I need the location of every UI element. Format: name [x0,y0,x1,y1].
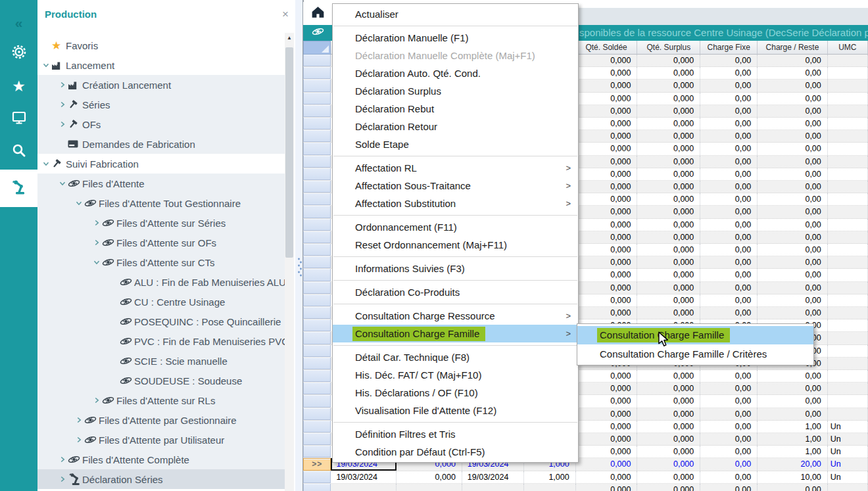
submenu-item-consultation-charge-famille-crit-res[interactable]: Consultation Charge Famille / Critères [577,344,813,363]
scroll-up-icon[interactable]: ▲ [285,35,294,41]
row-header-cell[interactable] [303,231,331,243]
row-header-cell[interactable] [303,471,331,483]
close-icon[interactable]: × [282,8,289,21]
row-header-cell[interactable] [303,168,331,180]
menu-item-solde-etape[interactable]: Solde Etape [333,135,578,153]
row-header-cell[interactable] [303,433,331,445]
column-header-umc[interactable]: UMC [828,41,868,55]
menu-item-his-d-clarations-of-f10[interactable]: His. Déclarations / OF (F10) [333,384,578,402]
tree-item-files-d-attente-sur-s-ries[interactable]: Files d'Attente sur Séries [37,213,285,233]
chevron-down-icon[interactable] [41,159,51,168]
tree-item-files-d-attente-par-gestionnaire[interactable]: Files d'Attente par Gestionnaire [37,410,285,430]
menu-item-d-claration-retour[interactable]: Déclaration Retour [333,118,578,135]
menu-item-d-claration-co-produits[interactable]: Déclaration Co-Produits [333,283,578,301]
table-row[interactable]: 0,0000,0000,000,00 [303,484,868,491]
tree-item-scie-scie-manuelle[interactable]: SCIE : Scie manuelle [37,351,285,371]
sidebar-item-robot-arm[interactable] [0,170,37,207]
chevron-down-icon[interactable] [74,199,84,208]
menu-item-actualiser[interactable]: Actualiser [333,5,578,23]
table-row[interactable]: 19/03/20240,00019/03/20241,0000,0000,000… [303,471,868,484]
chevron-right-icon[interactable] [91,238,102,247]
row-header-cell[interactable] [303,358,331,369]
menu-item-visualisation-file-d-attente-f12[interactable]: Visualisation File d'Attente (F12) [333,402,578,419]
row-header-cell[interactable] [303,105,331,117]
sidebar-item-gear[interactable] [0,38,37,68]
select-all-cell[interactable] [303,41,331,55]
tree-item-pvc-fin-de-fab-menuiseries-pvc[interactable]: PVC : Fin de Fab Menuiseries PVC [37,331,285,351]
menu-item-consultation-charge-famille[interactable]: Consultation Charge Famille> [333,325,578,342]
row-header-cell[interactable] [303,219,331,231]
row-header-cell[interactable] [303,269,331,281]
row-header-cell[interactable] [303,143,331,154]
menu-item-d-tail-car-technique-f8[interactable]: Détail Car. Technique (F8) [333,348,578,366]
row-header-cell[interactable] [303,67,331,79]
tab-queue-active[interactable] [303,25,332,41]
row-header-cell[interactable] [303,307,331,319]
row-header-cell-current[interactable]: >> [303,458,331,470]
row-header-cell[interactable] [303,395,331,407]
row-header-cell[interactable] [303,421,331,433]
row-header-cell[interactable] [303,282,331,294]
submenu-item-consultation-charge-famille[interactable]: Consultation Charge Famille [577,326,813,344]
row-header-cell[interactable] [303,181,331,193]
menu-item-reset-ordonnancement-maj-f11[interactable]: Reset Ordonnancement (Maj+F11) [333,236,578,254]
chevron-right-icon[interactable] [57,475,68,484]
chevron-down-icon[interactable] [57,179,68,188]
tree-item-files-d-attente-compl-te[interactable]: Files d'Attente Complète [37,450,285,469]
tree-item-files-d-attente-sur-cts[interactable]: Files d'Attente sur CTs [37,252,285,272]
tree-scrollbar[interactable]: ▲ [285,33,294,491]
row-header-cell[interactable] [303,319,331,331]
menu-item-condition-par-d-faut-ctrl-f5[interactable]: Condition par Défaut (Ctrl-F5) [333,443,578,461]
tree-item-files-d-attente-sur-rls[interactable]: Files d'Attente sur RLs [37,390,285,410]
chevron-down-icon[interactable] [41,60,51,70]
row-header-cell[interactable] [303,256,331,268]
row-header-cell[interactable] [303,130,331,142]
row-header-cell[interactable] [303,244,331,256]
column-header-qt-sold-e[interactable]: Qté. Soldée [576,41,638,55]
chevron-right-icon[interactable] [74,415,84,425]
row-header-cell[interactable] [303,193,331,205]
tab-home[interactable] [303,2,332,25]
column-header-charge-fixe[interactable]: Charge Fixe [700,41,758,55]
row-header-cell[interactable] [303,206,331,218]
row-header-cell[interactable] [303,332,331,344]
panel-splitter[interactable] [295,0,302,491]
tree-item-d-claration-s-ries[interactable]: Déclaration Séries [37,469,285,489]
row-header-cell[interactable] [303,156,331,168]
tree-item-ofs[interactable]: OFs [37,114,285,134]
row-header-cell[interactable] [303,446,331,457]
tree-item-s-ries[interactable]: Séries [37,95,285,114]
menu-item-affectation-rl[interactable]: Affectation RL> [333,159,578,177]
menu-item-consultation-charge-ressource[interactable]: Consultation Charge Ressource> [333,307,578,325]
menu-item-affectation-substitution[interactable]: Affectation Substitution> [333,195,578,212]
tree-item-files-d-attente-sur-ofs[interactable]: Files d'Attente sur OFs [37,233,285,252]
sidebar-item-search[interactable] [0,137,37,167]
chevron-right-icon[interactable] [91,396,102,405]
column-header-charge-reste[interactable]: Charge / Reste [758,41,828,55]
row-header-cell[interactable] [303,408,331,420]
row-header-cell[interactable] [303,55,331,66]
row-header-cell[interactable] [303,294,331,306]
tree-item-files-d-attente-par-utilisateur[interactable]: Files d'Attente par Utilisateur [37,430,285,450]
tree-item-suivi-fabrication[interactable]: Suivi Fabrication [37,154,285,174]
row-header-cell[interactable] [303,345,331,357]
row-header-cell[interactable] [303,93,331,105]
tree-item-cu-centre-usinage[interactable]: CU : Centre Usinage [37,292,285,312]
chevron-right-icon[interactable] [57,100,68,109]
chevron-down-icon[interactable] [91,258,102,267]
menu-item-his-d-c-fat-ct-maj-f10[interactable]: His. Déc. FAT/ CT (Maj+F10) [333,366,578,384]
row-header-cell[interactable] [303,80,331,91]
chevron-right-icon[interactable] [57,120,68,129]
menu-item-ordonnancement-f11[interactable]: Ordonnancement (F11) [333,218,578,236]
sidebar-item-star[interactable]: ★ [0,71,37,101]
column-header-qt-surplus[interactable]: Qté. Surplus [637,41,700,55]
chevron-right-icon[interactable] [74,435,84,444]
tree-item-files-d-attente[interactable]: Files d'Attente [37,174,285,193]
menu-item-d-claration-surplus[interactable]: Déclaration Surplus [333,82,578,100]
tree-item-soudeuse-soudeuse[interactable]: SOUDEUSE : Soudeuse [37,371,285,390]
menu-item-informations-suivies-f3[interactable]: Informations Suivies (F3) [333,260,578,277]
menu-item-affectation-sous-traitance[interactable]: Affectation Sous-Traitance> [333,177,578,195]
scrollbar-thumb[interactable] [285,47,293,258]
row-header-cell[interactable] [303,370,331,382]
tree-item-files-d-attente-tout-gestionnaire[interactable]: Files d'Attente Tout Gestionnaire [37,193,285,213]
